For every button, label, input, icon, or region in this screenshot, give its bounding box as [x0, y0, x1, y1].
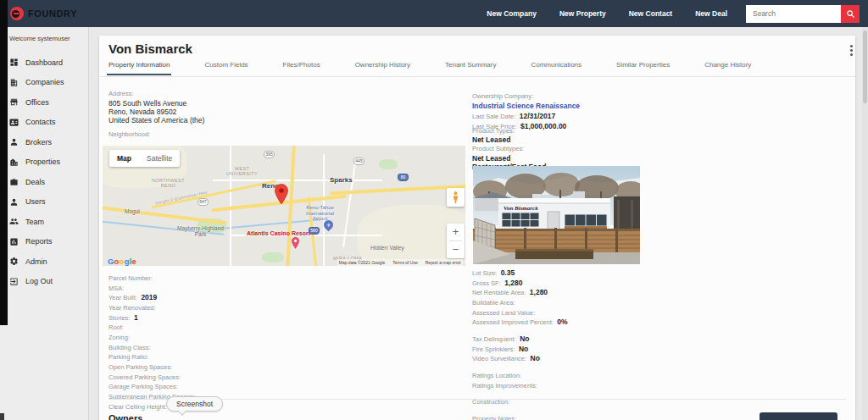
- route-shield-580: 580: [309, 227, 320, 235]
- tab-custom-fields[interactable]: Custom Fields: [204, 61, 248, 75]
- sidebar-item-contacts[interactable]: Contacts: [0, 113, 88, 133]
- map-park: [379, 159, 398, 169]
- tab-communications[interactable]: Communications: [531, 61, 581, 75]
- zoom-out-button[interactable]: −: [447, 241, 465, 258]
- field-stories: Stories: 1: [108, 312, 195, 323]
- property-photo[interactable]: Von Bismarck: [473, 166, 640, 264]
- corner-artifact: [0, 413, 4, 420]
- sidebar-item-properties[interactable]: Properties: [0, 152, 88, 173]
- map-river: [217, 219, 319, 229]
- field-garage-parking: Garage Parking Spaces:: [108, 381, 195, 391]
- owners-section-title: Owners: [108, 413, 142, 420]
- field-year-built: Year Built: 2019: [108, 292, 195, 302]
- route-shield-80: 80: [398, 174, 409, 181]
- field-ratings-location: Ratings Location:: [472, 370, 590, 380]
- pegman-icon: [452, 191, 459, 204]
- street-view-pegman[interactable]: [447, 188, 465, 207]
- search-icon: [846, 9, 855, 19]
- property-details-block: Lot Size: 0.35 Gross SF: 1,280 Net Renta…: [472, 268, 590, 420]
- map-view-button[interactable]: Map: [109, 150, 139, 167]
- offices-icon: [9, 97, 19, 107]
- ownership-company-label: Ownership Company:: [472, 92, 533, 100]
- sidebar-item-deals[interactable]: Deals: [0, 172, 88, 192]
- sidebar-item-reports[interactable]: Reports: [0, 232, 88, 252]
- broker-icon: [9, 137, 19, 146]
- field-gross-sf: Gross SF: 1,280: [472, 278, 590, 288]
- map-marker-icon[interactable]: [275, 184, 288, 205]
- owners-action-button[interactable]: [760, 412, 837, 420]
- more-options-icon[interactable]: [847, 45, 855, 58]
- map-attribution: Map data ©2021 Google Terms of Use Repor…: [337, 259, 463, 266]
- search-input[interactable]: [746, 5, 841, 23]
- field-last-sale-date: Last Sale Date: 12/31/2017: [472, 110, 580, 120]
- user-icon: [9, 197, 19, 207]
- app-logo[interactable]: FOUNDRY: [10, 7, 77, 20]
- map-zoom-control: + −: [447, 224, 465, 258]
- sidebar-menu: Dashboard Companies Offices Contacts Bro…: [0, 52, 88, 291]
- tab-tenant-summary[interactable]: Tenant Summary: [445, 61, 496, 75]
- map-label-northwest-reno: NORTHWESTRENO: [152, 178, 185, 188]
- ownership-company-link[interactable]: Industrial Science Renaissance: [472, 102, 580, 110]
- map-label-mayberry: Mayberry-HighlandPark: [177, 225, 224, 237]
- terms-link[interactable]: Terms of Use: [392, 260, 417, 265]
- sidebar-item-offices[interactable]: Offices: [0, 92, 88, 113]
- map-label-west-university: WESTUNIVERSITY: [226, 166, 258, 176]
- field-buildable-area: Buildable Area:: [472, 297, 590, 307]
- sidebar-item-brokers[interactable]: Brokers: [0, 132, 88, 152]
- sidebar-item-dashboard[interactable]: Dashboard: [0, 52, 88, 73]
- left-edge-artifact: [0, 0, 8, 325]
- tab-change-history[interactable]: Change History: [704, 61, 751, 75]
- new-deal-button[interactable]: New Deal: [695, 9, 727, 18]
- new-property-button[interactable]: New Property: [559, 9, 606, 18]
- sidebar-item-companies[interactable]: Companies: [0, 73, 88, 93]
- sidebar-item-admin[interactable]: Admin: [0, 251, 88, 272]
- screenshot-tooltip: Screenshot: [166, 396, 223, 412]
- field-property-notes: Property Notes:: [472, 413, 590, 420]
- field-msa: MSA:: [108, 283, 195, 293]
- tab-files-photos[interactable]: Files/Photos: [283, 61, 320, 75]
- neighborhood-label: Neighborhood:: [108, 130, 150, 138]
- deals-icon: [9, 177, 19, 186]
- map-highway-80: [103, 206, 227, 225]
- route-shield-395: 395: [264, 151, 275, 158]
- sidebar-item-users[interactable]: Users: [0, 192, 88, 213]
- field-ratings-improvements: Ratings Improvements:: [472, 380, 590, 390]
- map-street: [213, 180, 382, 181]
- tab-property-information[interactable]: Property Information: [108, 61, 170, 75]
- field-assessed-improved-percent: Assessed Improved Percent: 0%: [472, 317, 590, 327]
- new-company-button[interactable]: New Company: [487, 9, 537, 18]
- tab-similar-properties[interactable]: Similar Properties: [616, 61, 670, 75]
- dashboard-icon: [9, 58, 19, 67]
- page-scrollbar[interactable]: [862, 27, 868, 420]
- products-block: Product Types: Net Leased Product Subtyp…: [472, 125, 546, 170]
- logout-icon: [9, 277, 19, 286]
- report-error-link[interactable]: Report a map error: [426, 260, 461, 265]
- sidebar: Welcome systemuser Dashboard Companies O…: [0, 27, 89, 420]
- field-fire-sprinklers: Fire Sprinklers: No: [472, 344, 590, 354]
- tab-ownership-history[interactable]: Ownership History: [355, 61, 410, 75]
- property-detail-card: Von Bismarck Property Information Custom…: [99, 36, 855, 420]
- google-logo[interactable]: Google: [108, 257, 136, 266]
- field-year-renovated: Year Renovated:: [108, 302, 195, 312]
- sidebar-item-team[interactable]: Team: [0, 212, 88, 232]
- field-roof: Roof:: [108, 322, 195, 332]
- zoom-in-button[interactable]: +: [447, 224, 465, 240]
- google-map[interactable]: NORTHWESTRENO WESTUNIVERSITY Reno Sparks…: [103, 146, 465, 266]
- search-button[interactable]: [841, 5, 860, 23]
- sidebar-item-logout[interactable]: Log Out: [0, 272, 88, 292]
- building-fields: Parcel Number: MSA: Year Built: 2019 Yea…: [108, 273, 195, 411]
- satellite-view-button[interactable]: Satellite: [139, 150, 180, 167]
- brand-name: FOUNDRY: [28, 8, 77, 19]
- top-navbar: FOUNDRY New Company New Property New Con…: [0, 0, 868, 27]
- field-zoning: Zoning:: [108, 332, 195, 342]
- product-types-label: Product Types:: [472, 127, 515, 135]
- companies-icon: [9, 78, 19, 87]
- address-value: 805 South Wells Avenue Reno, Nevada 8950…: [108, 100, 204, 124]
- search-box: [746, 5, 860, 23]
- scrollbar-thumb[interactable]: [863, 30, 867, 103]
- address-label: Address:: [108, 90, 134, 97]
- new-contact-button[interactable]: New Contact: [629, 9, 672, 18]
- contacts-icon: [9, 118, 19, 127]
- reports-icon: [9, 237, 19, 246]
- tabs-divider: [99, 76, 855, 77]
